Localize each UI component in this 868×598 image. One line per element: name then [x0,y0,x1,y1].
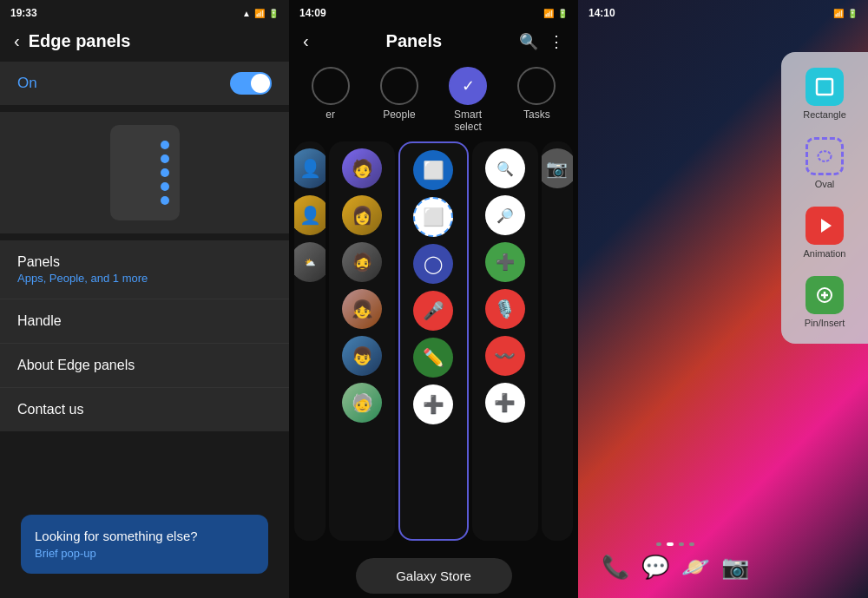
avatar-2[interactable]: 👩 [342,195,382,235]
preview-dot-3 [161,168,169,177]
panels-tab-row: er People Smartselect Tasks [289,58,578,141]
tab-er[interactable]: er [296,67,365,133]
partial-item-2: 👤 [294,195,326,235]
status-icons-3: 📶🔋 [833,9,858,18]
dot-2 [667,542,674,546]
avatar-6[interactable]: 🧓 [342,383,382,423]
phone-1: 19:33 ▲📶🔋 ‹ Edge panels On Panels Apps, … [0,0,289,598]
preview-dot-2 [161,154,169,163]
edge-icon-rectangle [806,68,844,106]
edge-item-animation[interactable]: Animation [786,200,863,266]
edge-icon-oval [806,137,844,175]
page-dots [578,542,773,546]
edge-item-pin[interactable]: Pin/Insert [786,269,863,335]
tab-tasks[interactable]: Tasks [503,67,571,133]
search-icon[interactable]: 🔍 [519,32,538,51]
avatar-5[interactable]: 👦 [342,336,382,376]
menu-item-contact[interactable]: Contact us [0,388,289,431]
promo-title: Looking for something else? [35,529,254,543]
dock-whatsapp-icon[interactable]: 💬 [641,554,669,581]
toggle-row: On [0,62,289,105]
edge-label-pin: Pin/Insert [805,318,845,328]
menu-item-panels[interactable]: Panels Apps, People, and 1 more [0,240,289,299]
preview-dot-1 [161,141,169,149]
header-icons: 🔍 ⋮ [519,32,564,51]
tab-circle-er [312,67,350,105]
dock-browser-icon[interactable]: 🪐 [681,554,709,581]
preview-dot-4 [161,182,169,191]
tab-label-smart-select: Smartselect [454,108,482,133]
edge-icon-animation [806,207,844,245]
smart-icon-mic[interactable]: 🎤 [413,291,453,331]
svg-point-1 [819,151,832,161]
smart-icon-circle[interactable]: ◯ [413,244,453,284]
task-icon-1[interactable]: 🔍 [485,148,525,188]
more-icon[interactable]: ⋮ [549,32,564,51]
tasks-col: 🔍 🔎 ➕ 🎙️ 〰️ ➕ [472,141,538,541]
tab-label-tasks: Tasks [523,108,550,121]
galaxy-store-button[interactable]: Galaxy Store [356,558,512,594]
status-time-2: 14:09 [299,7,326,19]
tab-label-people: People [383,108,415,121]
edge-label-animation: Animation [804,248,846,259]
partial-right-1: 📷 [542,148,573,188]
task-icon-4[interactable]: 🎙️ [485,289,525,329]
tab-smart-select[interactable]: Smartselect [434,67,503,133]
edge-icon-pin [806,276,844,314]
status-bar-1: 19:33 ▲📶🔋 [0,0,289,24]
status-icons-1: ▲📶🔋 [242,9,279,18]
status-bar-3: 14:10 📶🔋 [578,0,868,24]
partial-col-right: 📷 [542,141,573,541]
svg-marker-2 [821,219,832,233]
smart-icon-sel[interactable]: ⬜ [413,197,453,237]
menu-label-contact: Contact us [17,402,272,417]
menu-label-about: About Edge panels [17,358,272,373]
menu-label-panels: Panels [17,254,272,270]
dock-phone-icon[interactable]: 📞 [602,554,629,581]
status-icons-2: 📶🔋 [543,9,568,18]
status-bar-2: 14:09 📶🔋 [289,0,578,24]
menu-sub-panels: Apps, People, and 1 more [17,272,272,285]
page-title-2: Panels [386,31,442,51]
galaxy-store-section: Galaxy Store [289,541,578,598]
smart-icon-edit[interactable]: ✏️ [413,338,453,378]
dot-4 [689,542,694,546]
partial-col: 👤 👤 ⛅ [294,141,326,541]
menu-section: Panels Apps, People, and 1 more Handle A… [0,240,289,431]
menu-item-about[interactable]: About Edge panels [0,344,289,388]
status-time-1: 19:33 [10,7,37,19]
top-nav-1: ‹ Edge panels [0,24,289,62]
task-icon-6[interactable]: ➕ [485,383,525,423]
preview-box [110,125,180,220]
back-button-1[interactable]: ‹ [14,31,20,51]
toggle-switch[interactable] [230,72,272,95]
tab-label-er: er [326,108,335,121]
task-icon-5[interactable]: 〰️ [485,336,525,376]
partial-item-3: ⛅ [294,242,326,282]
edge-item-rectangle[interactable]: Rectangle [786,61,863,127]
avatar-1[interactable]: 🧑 [342,148,382,188]
task-icon-3[interactable]: ➕ [485,242,525,282]
phone2-header: ‹ Panels 🔍 ⋮ [289,24,578,58]
panels-grid: 👤 👤 ⛅ 🧑 👩 🧔 👧 👦 🧓 ⬜ ⬜ ◯ 🎤 ✏️ ➕ 🔍 🔎 ➕ [289,141,578,541]
tab-circle-people [380,67,418,105]
avatar-4[interactable]: 👧 [342,289,382,329]
promo-box: Looking for something else? Brief pop-up [21,515,268,574]
people-col: 🧑 👩 🧔 👧 👦 🧓 [329,141,395,541]
tab-circle-tasks [517,67,556,105]
preview-dot-5 [161,196,169,205]
dot-1 [656,542,661,546]
back-button-2[interactable]: ‹ [303,31,309,51]
dock-camera-icon[interactable]: 📷 [721,554,749,581]
edge-panel-strip: Rectangle Oval Animation Pin/Insert [781,52,868,344]
task-icon-2[interactable]: 🔎 [485,195,525,235]
tab-people[interactable]: People [365,67,433,133]
partial-item-1: 👤 [294,148,326,188]
promo-link[interactable]: Brief pop-up [35,547,254,560]
smart-icon-rect[interactable]: ⬜ [413,150,453,190]
menu-item-handle[interactable]: Handle [0,299,289,344]
smart-icon-add[interactable]: ➕ [413,384,453,424]
edge-item-oval[interactable]: Oval [786,130,863,196]
avatar-3[interactable]: 🧔 [342,242,382,282]
page-title-1: Edge panels [29,31,131,51]
